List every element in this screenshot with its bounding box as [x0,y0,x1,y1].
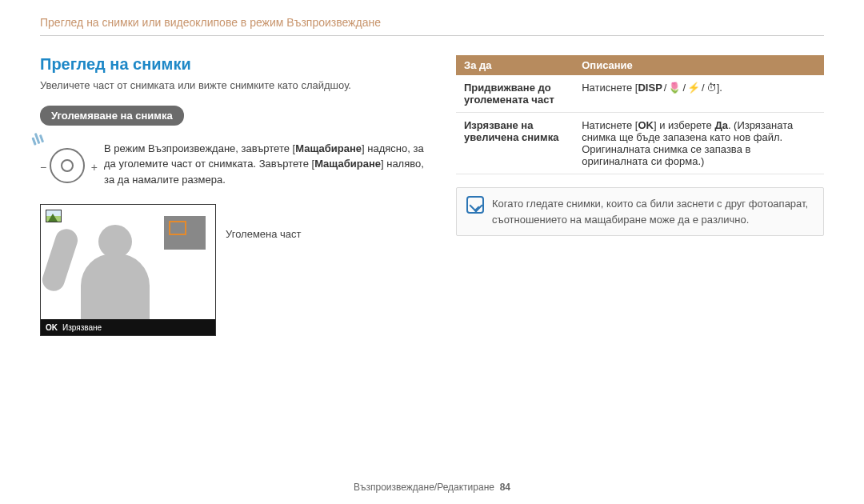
inst-kw2: Мащабиране [314,158,381,170]
note-icon [466,196,484,214]
zoom-dial-icon: − + [40,137,94,191]
table-row: Придвижване до уголемената част Натиснет… [456,75,824,113]
note-text: Когато гледате снимки, които са били зас… [492,196,814,227]
photo-preview: OK Изрязване [40,204,216,336]
divider [40,35,824,36]
subsection-pill: Уголемяване на снимка [40,106,184,126]
zoom-callout-label: Уголемена част [226,228,302,240]
callout-leader [215,232,216,234]
plus-label: + [91,161,98,174]
preview-row: OK Изрязване Уголемена част [40,204,424,336]
right-column: За да Описание Придвижване до уголеменат… [456,55,824,336]
disp-key-icon: DISP [638,82,662,94]
table-row: Изрязване на увеличена снимка Натиснете … [456,113,824,174]
inst-pre: В режим Възпроизвеждане, завъртете [ [104,142,295,154]
macro-key-icon: 🌷 [668,82,681,94]
intro-text: Увеличете част от снимката или вижте сни… [40,78,424,93]
page-number: 84 [500,482,510,493]
breadcrumb: Преглед на снимки или видеоклипове в реж… [40,16,824,29]
row-desc: Натиснете [DISP/🌷/⚡/⏱]. [574,75,824,113]
person-silhouette [49,223,169,335]
r2-bold: Да [714,119,728,131]
row-label: Изрязване на увеличена снимка [456,113,574,174]
th-desc: Описание [574,55,824,75]
flash-key-icon: ⚡ [687,82,700,94]
r2-pre: Натиснете [ [582,119,638,131]
r1-post: ]. [717,82,722,94]
r2-mid: ] и изберете [654,119,714,131]
r1-pre: Натиснете [ [582,82,638,94]
left-column: Преглед на снимки Увеличете част от сним… [40,55,424,336]
actions-table: За да Описание Придвижване до уголеменат… [456,55,824,174]
info-note: Когато гледате снимки, които са били зас… [456,187,824,236]
th-action: За да [456,55,574,75]
page-title: Преглед на снимки [40,55,424,74]
zoom-selection-box [169,221,186,235]
row-label: Придвижване до уголемената част [456,75,574,113]
timer-key-icon: ⏱ [706,82,717,94]
footer-crop-label: Изрязване [62,323,102,332]
row-desc: Натиснете [OK] и изберете Да. (Изрязанат… [574,113,824,174]
instruction-text: В режим Възпроизвеждане, завъртете [Маща… [104,141,424,188]
inst-kw1: Мащабиране [295,142,362,154]
footer-section: Възпроизвеждане/Редактиране [354,482,494,493]
main-columns: Преглед на снимки Увеличете част от сним… [40,55,824,336]
minus-label: − [40,161,46,174]
preview-footer-bar: OK Изрязване [41,319,215,335]
page-footer: Възпроизвеждане/Редактиране 84 [0,482,864,493]
ok-icon: OK [46,323,58,332]
zoom-overview [164,216,206,250]
photo-thumbnail-icon [46,210,62,222]
rotate-indicator-icon [30,130,50,150]
ok-key-icon: OK [638,119,654,131]
instruction-row: − + В режим Възпроизвеждане, завъртете [… [40,137,424,191]
